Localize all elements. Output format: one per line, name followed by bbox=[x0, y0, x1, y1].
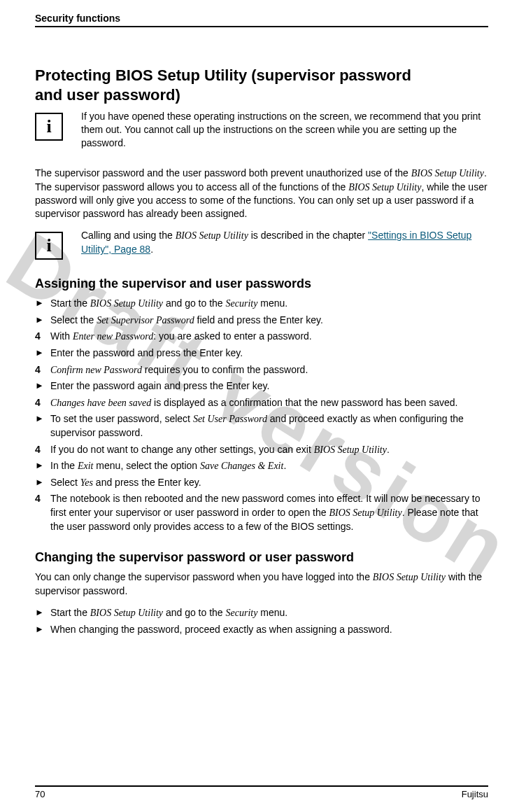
main-heading: Protecting BIOS Setup Utility (superviso… bbox=[35, 66, 488, 104]
para1-b-italic: BIOS Setup Utility bbox=[411, 168, 484, 178]
para2-b-italic: BIOS Setup Utility bbox=[373, 572, 446, 582]
heading-line-2: and user password) bbox=[35, 86, 180, 104]
step-text-part: Yes bbox=[80, 477, 93, 488]
paragraph-supervisor-desc: The supervisor password and the user pas… bbox=[35, 167, 488, 221]
step-text-part: BIOS Setup Utility bbox=[90, 298, 163, 309]
info-icon: i bbox=[35, 232, 63, 260]
step-text-part: BIOS Setup Utility bbox=[314, 444, 387, 455]
step-text-part: To set the user password, select bbox=[50, 413, 193, 424]
info-box-print: i If you have opened these operating ins… bbox=[35, 110, 488, 150]
page-number: 70 bbox=[35, 789, 45, 799]
step-item: Select Yes and press the Enter key. bbox=[35, 476, 488, 490]
step-text-part: menu, select the option bbox=[93, 460, 200, 471]
step-text-part: menu. bbox=[257, 607, 287, 618]
step-item: Changes have been saved is displayed as … bbox=[35, 396, 488, 410]
step-text-part: BIOS Setup Utility bbox=[90, 608, 163, 618]
step-item: In the Exit menu, select the option Save… bbox=[35, 459, 488, 473]
step-text-part: menu. bbox=[257, 298, 287, 309]
step-text-part: field and press the Enter key. bbox=[194, 314, 323, 326]
step-text-part: Start the bbox=[50, 298, 90, 309]
step-text-part: : you are asked to enter a password. bbox=[153, 330, 311, 342]
info-box-chapter-text: Calling and using the BIOS Setup Utility… bbox=[81, 229, 488, 256]
info2-b-italic: BIOS Setup Utility bbox=[176, 230, 248, 241]
step-text-part: Start the bbox=[50, 607, 90, 618]
step-text-part: In the bbox=[50, 460, 78, 471]
step-text-part: Exit bbox=[78, 461, 94, 471]
info2-d: . bbox=[150, 244, 153, 255]
page-footer: 70 Fujitsu bbox=[35, 785, 488, 799]
info2-c: is described in the chapter bbox=[248, 230, 368, 241]
step-item: Start the BIOS Setup Utility and go to t… bbox=[35, 606, 488, 620]
step-text-part: Save Changes & Exit bbox=[200, 461, 283, 471]
para1-d-italic: BIOS Setup Utility bbox=[348, 182, 421, 192]
step-item: Enter the password and press the Enter k… bbox=[35, 346, 488, 360]
info-box-print-text: If you have opened these operating instr… bbox=[81, 110, 488, 150]
brand-name: Fujitsu bbox=[462, 789, 488, 799]
step-text-part: is displayed as a confirmation that the … bbox=[151, 397, 457, 408]
step-item: Start the BIOS Setup Utility and go to t… bbox=[35, 297, 488, 311]
para1-a: The supervisor password and the user pas… bbox=[35, 167, 411, 178]
step-text-part: Enter the password again and press the E… bbox=[50, 380, 269, 391]
paragraph-changing-desc: You can only change the supervisor passw… bbox=[35, 570, 488, 598]
steps-changing: Start the BIOS Setup Utility and go to t… bbox=[35, 606, 488, 636]
step-text-part: Security bbox=[226, 298, 258, 309]
step-text-part: and press the Enter key. bbox=[93, 477, 201, 488]
step-item: With Enter new Password: you are asked t… bbox=[35, 330, 488, 344]
step-text-part: requires you to confirm the password. bbox=[142, 364, 308, 375]
step-text-part: Confirm new Password bbox=[50, 365, 142, 375]
step-text-part: BIOS Setup Utility bbox=[329, 507, 401, 518]
step-text-part: Security bbox=[226, 608, 258, 618]
info-icon: i bbox=[35, 113, 63, 141]
step-text-part: Select the bbox=[50, 314, 97, 326]
para2-a: You can only change the supervisor passw… bbox=[35, 571, 373, 582]
step-text-part: and go to the bbox=[163, 607, 226, 618]
step-item: The notebook is then rebooted and the ne… bbox=[35, 492, 488, 533]
step-text-part: Set User Password bbox=[193, 414, 267, 424]
step-text-part: Changes have been saved bbox=[50, 398, 151, 408]
step-item: Enter the password again and press the E… bbox=[35, 379, 488, 393]
step-text-part: . bbox=[387, 444, 390, 455]
step-text-part: Enter the password and press the Enter k… bbox=[50, 347, 243, 358]
info-box-chapter: i Calling and using the BIOS Setup Utili… bbox=[35, 229, 488, 260]
step-text-part: and go to the bbox=[163, 298, 226, 309]
heading-line-1: Protecting BIOS Setup Utility (superviso… bbox=[35, 66, 411, 84]
step-item: If you do not want to change any other s… bbox=[35, 443, 488, 457]
info2-a: Calling and using the bbox=[81, 230, 176, 241]
subheading-assigning: Assigning the supervisor and user passwo… bbox=[35, 276, 488, 291]
step-text-part: Select bbox=[50, 477, 80, 488]
step-text-part: When changing the password, proceed exac… bbox=[50, 624, 392, 635]
step-item: To set the user password, select Set Use… bbox=[35, 412, 488, 440]
subheading-changing: Changing the supervisor password or user… bbox=[35, 550, 488, 565]
step-text-part: If you do not want to change any other s… bbox=[50, 444, 314, 455]
steps-assigning: Start the BIOS Setup Utility and go to t… bbox=[35, 297, 488, 533]
step-item: Select the Set Supervisor Password field… bbox=[35, 314, 488, 328]
step-text-part: With bbox=[50, 330, 73, 342]
step-text-part: . bbox=[283, 460, 286, 471]
step-text-part: Enter new Password bbox=[73, 331, 153, 342]
step-item: Confirm new Password requires you to con… bbox=[35, 363, 488, 377]
step-item: When changing the password, proceed exac… bbox=[35, 623, 488, 637]
page-header: Security functions bbox=[35, 13, 488, 27]
step-text-part: Set Supervisor Password bbox=[97, 315, 194, 326]
